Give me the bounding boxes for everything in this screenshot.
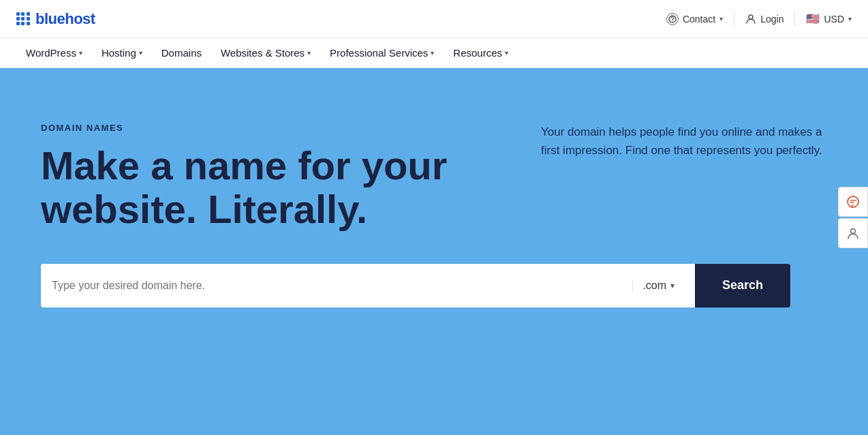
user-icon [847,227,859,239]
header-right: Contact ▾ Login 🇺🇸 USD ▾ [666,12,852,26]
nav-item-wordpress-label: WordPress [26,47,76,59]
nav-item-wordpress[interactable]: WordPress ▾ [16,38,92,68]
contact-label: Contact [683,14,715,25]
domain-search-input[interactable] [52,280,632,292]
nav-item-hosting-chevron: ▾ [139,49,142,57]
nav-item-professional-label: Professional Services [330,47,428,59]
nav-item-resources-chevron: ▾ [505,49,508,57]
contact-chevron-icon: ▾ [719,15,723,22]
svg-point-2 [749,15,753,19]
logo-grid-icon [16,12,30,26]
tld-selector[interactable]: .com ▾ [632,280,684,292]
hero-label: DOMAIN NAMES [41,123,484,133]
header-divider [734,12,734,26]
search-button[interactable]: Search [695,264,790,308]
header: bluehost Contact ▾ Login 🇺🇸 [0,0,868,38]
nav-item-websites-chevron: ▾ [307,49,311,57]
hero-description: Your domain helps people find you online… [541,123,827,160]
domain-search-bar: .com ▾ Search [41,264,790,308]
svg-point-3 [848,196,858,207]
nav-item-wordpress-chevron: ▾ [79,49,82,57]
header-divider-2 [794,12,795,26]
contact-button[interactable]: Contact ▾ [666,13,723,25]
nav-item-hosting-label: Hosting [102,47,136,59]
search-input-wrapper: .com ▾ [41,264,695,308]
nav-item-websites-label: Websites & Stores [221,47,305,59]
contact-icon [666,13,679,25]
nav-item-hosting[interactable]: Hosting ▾ [92,38,152,68]
login-label: Login [760,14,784,25]
login-button[interactable]: Login [745,14,784,25]
chat-icon [846,195,860,209]
hero-section: Your domain helps people find you online… [0,68,868,435]
currency-selector[interactable]: 🇺🇸 USD ▾ [806,12,852,25]
svg-point-4 [851,229,856,234]
chat-button[interactable] [838,187,868,217]
currency-label: USD [824,14,844,25]
svg-point-1 [672,20,672,21]
user-button[interactable] [838,218,868,248]
tld-value: .com [642,280,666,292]
hero-description-wrapper: Your domain helps people find you online… [541,123,827,160]
nav-item-domains-label: Domains [161,47,202,59]
side-buttons [838,187,868,248]
logo[interactable]: bluehost [16,10,95,28]
header-left: bluehost [16,10,95,28]
main-nav: WordPress ▾ Hosting ▾ Domains Websites &… [0,38,868,68]
hero-content: DOMAIN NAMES Make a name for your websit… [41,123,484,231]
logo-text: bluehost [35,10,95,28]
tld-chevron-icon: ▾ [670,281,675,290]
nav-item-professional[interactable]: Professional Services ▾ [320,38,444,68]
login-icon [745,14,756,25]
nav-item-resources-label: Resources [453,47,502,59]
hero-title: Make a name for your website. Literally. [41,144,484,231]
flag-icon: 🇺🇸 [806,12,820,25]
nav-item-domains[interactable]: Domains [152,38,211,68]
nav-item-websites[interactable]: Websites & Stores ▾ [211,38,320,68]
nav-item-professional-chevron: ▾ [431,49,434,57]
nav-item-resources[interactable]: Resources ▾ [444,38,518,68]
currency-chevron-icon: ▾ [848,15,852,22]
